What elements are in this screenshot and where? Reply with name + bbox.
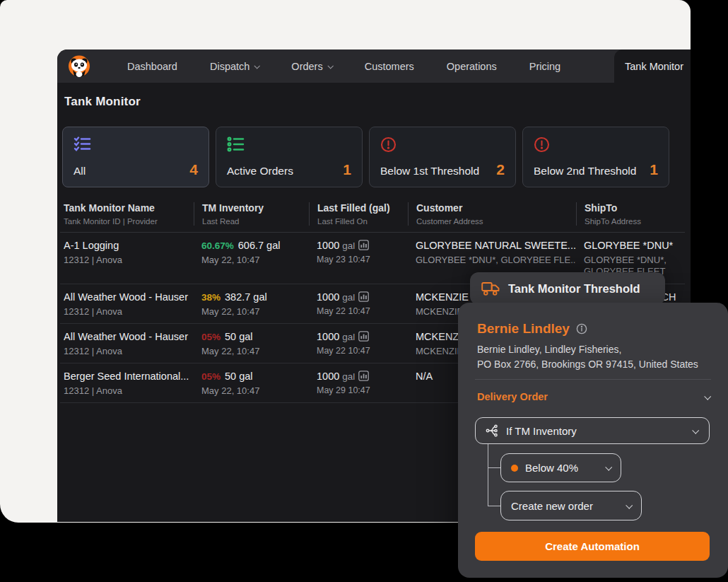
- popup-customer-name: Bernie Lindley: [477, 321, 570, 337]
- brand-logo[interactable]: [67, 50, 91, 83]
- nav-label: Operations: [447, 61, 497, 72]
- address-line-1: Bernie Lindley, Lindley Fisheries,: [477, 342, 698, 357]
- threshold-label: Below 40%: [525, 462, 599, 474]
- stat-count: 1: [343, 161, 351, 178]
- condition-dropdown[interactable]: If TM Inventory: [475, 417, 710, 444]
- inventory-percent: 05%: [201, 332, 221, 342]
- action-dropdown[interactable]: Create new order: [500, 491, 642, 520]
- nav-item-customers[interactable]: Customers: [348, 50, 430, 83]
- divider: [475, 379, 711, 380]
- nav-item-dispatch[interactable]: Dispatch: [194, 50, 275, 83]
- shipto-name: GLORYBEE *DNU*: [584, 240, 685, 251]
- stat-tile-all[interactable]: All 4: [62, 127, 209, 187]
- column-header-last-filled[interactable]: Last Filled (gal) Last Filled On: [309, 202, 408, 226]
- stat-label: All: [74, 165, 86, 177]
- inventory-percent: 05%: [201, 371, 221, 382]
- stat-tiles: All 4 Active Orders 1 Below 1st Threshol…: [62, 127, 669, 187]
- bar-chart-icon[interactable]: [358, 371, 369, 381]
- column-header-tm-inventory[interactable]: TM Inventory Last Read: [194, 202, 309, 226]
- filled-unit: gal: [342, 240, 355, 251]
- table-header: Tank Monitor Name Tank Monitor ID | Prov…: [60, 198, 685, 233]
- column-subtitle: Customer Address: [416, 217, 576, 226]
- column-header-tank-monitor-name[interactable]: Tank Monitor Name Tank Monitor ID | Prov…: [60, 202, 194, 226]
- popup-customer-address: Bernie Lindley, Lindley Fisheries, PO Bo…: [477, 342, 698, 372]
- chevron-down-icon: [327, 63, 333, 69]
- column-title: Tank Monitor Name: [64, 202, 194, 214]
- column-subtitle: Tank Monitor ID | Provider: [64, 217, 194, 226]
- tank-name: All Weather Wood - Hauser: [64, 291, 194, 303]
- nav-item-operations[interactable]: Operations: [430, 50, 513, 83]
- filled-qty: 1000: [317, 291, 339, 303]
- branch-icon: [486, 424, 498, 437]
- stat-tile-below-2nd-threshold[interactable]: Below 2nd Threshold 1: [522, 127, 669, 187]
- threshold-popup: Bernie Lindley Bernie Lindley, Lindley F…: [458, 303, 728, 578]
- tank-name: A-1 Logging: [64, 240, 194, 251]
- tank-meta: 12312 | Anova: [64, 255, 194, 265]
- connector-line: [488, 444, 488, 506]
- address-line-2: PO Box 2766, Brookings OR 97415, United …: [477, 357, 698, 372]
- last-read: May 22, 10:47: [201, 385, 309, 396]
- orange-dot-icon: [511, 465, 518, 472]
- customer-address: GLORYBEE *DNU*, GLORYBEE FLE...: [416, 255, 576, 265]
- column-subtitle: Last Filled On: [317, 217, 408, 226]
- bar-chart-icon[interactable]: [358, 331, 369, 342]
- nav-item-dashboard[interactable]: Dashboard: [111, 50, 194, 83]
- inventory-gallons: 50 gal: [225, 371, 253, 382]
- popup-tab-tank-monitor-threshold[interactable]: Tank Monitor Threshold: [470, 272, 665, 305]
- panda-logo-icon: [67, 54, 91, 78]
- bar-chart-icon[interactable]: [358, 291, 369, 302]
- section-label: Delivery Order: [477, 391, 548, 402]
- connector-line: [488, 506, 500, 506]
- stat-count: 1: [650, 161, 658, 178]
- bar-chart-icon[interactable]: [358, 240, 369, 250]
- nav-item-orders[interactable]: Orders: [275, 50, 348, 83]
- stat-label: Below 2nd Threshold: [534, 165, 636, 177]
- tank-meta: 12312 | Anova: [64, 306, 194, 317]
- connector-line: [488, 467, 500, 468]
- threshold-dropdown[interactable]: Below 40%: [500, 453, 621, 482]
- stat-tile-active-orders[interactable]: Active Orders 1: [216, 127, 363, 187]
- stat-count: 4: [189, 161, 198, 178]
- popup-title: Tank Monitor Threshold: [508, 282, 640, 296]
- column-subtitle: Last Read: [202, 217, 309, 226]
- filled-qty: 1000: [317, 371, 339, 382]
- list-status-icon: [227, 136, 245, 152]
- condition-label: If TM Inventory: [506, 425, 685, 437]
- tank-meta: 12312 | Anova: [64, 385, 194, 396]
- nav-label: Dashboard: [127, 61, 177, 72]
- column-title: Last Filled (gal): [317, 202, 408, 214]
- nav-label: Dispatch: [210, 61, 249, 72]
- chevron-down-icon: [605, 464, 612, 471]
- filled-on: May 22 10:47: [317, 306, 408, 316]
- column-title: Customer: [416, 202, 576, 214]
- nav-label: Tank Monitor: [625, 61, 683, 72]
- alert-icon: [380, 136, 397, 153]
- delivery-order-section-toggle[interactable]: Delivery Order: [477, 391, 710, 402]
- column-header-shipto[interactable]: ShipTo ShipTo Address: [576, 202, 685, 226]
- inventory-gallons: 50 gal: [225, 331, 253, 342]
- checklist-icon: [74, 136, 91, 152]
- info-icon[interactable]: [576, 323, 587, 334]
- stat-label: Active Orders: [227, 165, 293, 177]
- nav-label: Orders: [291, 61, 322, 72]
- nav-item-pricing[interactable]: Pricing: [513, 50, 577, 83]
- truck-icon: [481, 281, 500, 296]
- chevron-down-icon: [692, 426, 699, 433]
- filled-qty: 1000: [317, 331, 339, 342]
- stat-tile-below-1st-threshold[interactable]: Below 1st Threshold 2: [369, 127, 516, 187]
- create-automation-button[interactable]: Create Automation: [475, 532, 710, 561]
- filled-unit: gal: [342, 371, 355, 382]
- tank-name: All Weather Wood - Hauser: [64, 331, 194, 342]
- stat-count: 2: [496, 161, 505, 178]
- action-label: Create new order: [511, 500, 619, 512]
- chevron-down-icon: [254, 63, 260, 69]
- tank-meta: 12312 | Anova: [64, 346, 194, 356]
- last-read: May 22, 10:47: [201, 306, 309, 317]
- tank-name: Berger Seed International...: [64, 371, 194, 382]
- column-subtitle: ShipTo Address: [585, 217, 685, 226]
- inventory-gallons: 606.7 gal: [238, 240, 281, 251]
- inventory-gallons: 382.7 gal: [225, 291, 267, 303]
- column-header-customer[interactable]: Customer Customer Address: [408, 202, 576, 226]
- nav-tab-tank-monitor-active[interactable]: Tank Monitor: [614, 50, 691, 83]
- inventory-percent: 60.67%: [201, 240, 234, 251]
